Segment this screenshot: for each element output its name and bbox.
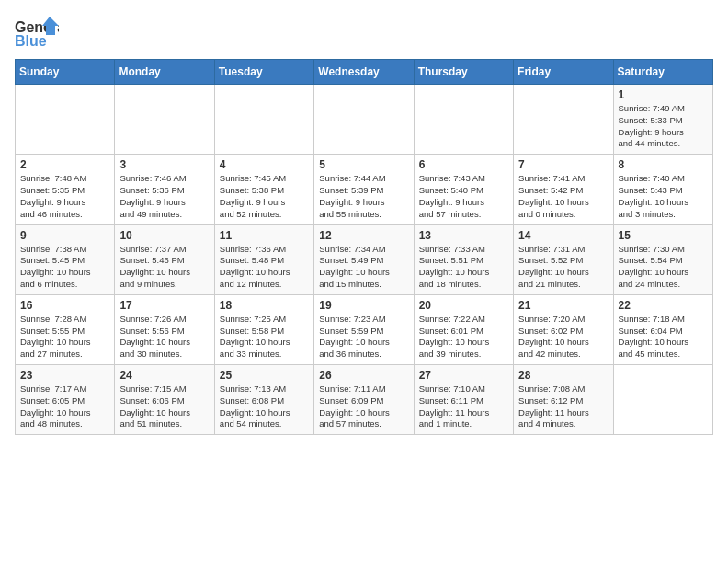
- calendar-cell: 20Sunrise: 7:22 AM Sunset: 6:01 PM Dayli…: [414, 294, 513, 364]
- day-number: 17: [119, 299, 209, 312]
- day-info: Sunrise: 7:15 AM Sunset: 6:06 PM Dayligh…: [119, 384, 209, 431]
- calendar-cell: 8Sunrise: 7:40 AM Sunset: 5:43 PM Daylig…: [613, 155, 712, 224]
- calendar-cell: 24Sunrise: 7:15 AM Sunset: 6:06 PM Dayli…: [115, 365, 214, 435]
- svg-text:Blue: Blue: [15, 33, 47, 49]
- day-info: Sunrise: 7:20 AM Sunset: 6:02 PM Dayligh…: [518, 314, 608, 361]
- calendar-cell: [115, 85, 214, 155]
- calendar-cell: 9Sunrise: 7:38 AM Sunset: 5:45 PM Daylig…: [16, 224, 115, 294]
- day-info: Sunrise: 7:36 AM Sunset: 5:48 PM Dayligh…: [220, 244, 309, 291]
- day-info: Sunrise: 7:18 AM Sunset: 6:04 PM Dayligh…: [619, 314, 708, 361]
- day-info: Sunrise: 7:40 AM Sunset: 5:43 PM Dayligh…: [619, 173, 708, 220]
- calendar-cell: 11Sunrise: 7:36 AM Sunset: 5:48 PM Dayli…: [214, 224, 313, 294]
- day-info: Sunrise: 7:30 AM Sunset: 5:54 PM Dayligh…: [619, 244, 708, 291]
- day-number: 5: [319, 158, 408, 171]
- day-info: Sunrise: 7:45 AM Sunset: 5:38 PM Dayligh…: [220, 173, 309, 220]
- calendar-cell: 4Sunrise: 7:45 AM Sunset: 5:38 PM Daylig…: [214, 155, 313, 224]
- calendar-cell: 25Sunrise: 7:13 AM Sunset: 6:08 PM Dayli…: [214, 365, 313, 435]
- header-saturday: Saturday: [613, 60, 712, 85]
- day-number: 26: [319, 369, 408, 382]
- day-number: 9: [20, 229, 109, 242]
- calendar-week-row: 2Sunrise: 7:48 AM Sunset: 5:35 PM Daylig…: [16, 155, 713, 224]
- day-number: 13: [419, 229, 508, 242]
- calendar-table: SundayMondayTuesdayWednesdayThursdayFrid…: [15, 59, 713, 435]
- calendar-week-row: 1Sunrise: 7:49 AM Sunset: 5:33 PM Daylig…: [16, 85, 713, 155]
- calendar-cell: 27Sunrise: 7:10 AM Sunset: 6:11 PM Dayli…: [414, 365, 513, 435]
- calendar-cell: 2Sunrise: 7:48 AM Sunset: 5:35 PM Daylig…: [16, 155, 115, 224]
- day-number: 20: [419, 299, 508, 312]
- calendar-cell: 15Sunrise: 7:30 AM Sunset: 5:54 PM Dayli…: [613, 224, 712, 294]
- day-info: Sunrise: 7:17 AM Sunset: 6:05 PM Dayligh…: [20, 384, 109, 431]
- header-friday: Friday: [514, 60, 613, 85]
- day-number: 14: [518, 229, 608, 242]
- calendar-week-row: 16Sunrise: 7:28 AM Sunset: 5:55 PM Dayli…: [16, 294, 713, 364]
- calendar-cell: 22Sunrise: 7:18 AM Sunset: 6:04 PM Dayli…: [613, 294, 712, 364]
- day-number: 4: [220, 158, 309, 171]
- day-info: Sunrise: 7:26 AM Sunset: 5:56 PM Dayligh…: [119, 314, 209, 361]
- calendar-week-row: 9Sunrise: 7:38 AM Sunset: 5:45 PM Daylig…: [16, 224, 713, 294]
- day-number: 11: [220, 229, 309, 242]
- calendar-cell: 16Sunrise: 7:28 AM Sunset: 5:55 PM Dayli…: [16, 294, 115, 364]
- day-number: 7: [518, 158, 608, 171]
- calendar-cell: [214, 85, 313, 155]
- calendar-cell: 6Sunrise: 7:43 AM Sunset: 5:40 PM Daylig…: [414, 155, 513, 224]
- day-number: 25: [220, 369, 309, 382]
- calendar-cell: 13Sunrise: 7:33 AM Sunset: 5:51 PM Dayli…: [414, 224, 513, 294]
- calendar-cell: [414, 85, 513, 155]
- logo-svg: General Blue: [15, 15, 59, 52]
- day-info: Sunrise: 7:08 AM Sunset: 6:12 PM Dayligh…: [518, 384, 608, 431]
- day-number: 2: [20, 158, 109, 171]
- calendar-cell: [314, 85, 414, 155]
- calendar-cell: 28Sunrise: 7:08 AM Sunset: 6:12 PM Dayli…: [514, 365, 613, 435]
- calendar-cell: [514, 85, 613, 155]
- day-number: 8: [619, 158, 708, 171]
- day-number: 15: [619, 229, 708, 242]
- day-info: Sunrise: 7:28 AM Sunset: 5:55 PM Dayligh…: [20, 314, 109, 361]
- day-info: Sunrise: 7:11 AM Sunset: 6:09 PM Dayligh…: [319, 384, 408, 431]
- calendar-cell: 3Sunrise: 7:46 AM Sunset: 5:36 PM Daylig…: [115, 155, 214, 224]
- day-info: Sunrise: 7:23 AM Sunset: 5:59 PM Dayligh…: [319, 314, 408, 361]
- day-number: 19: [319, 299, 408, 312]
- calendar-cell: 17Sunrise: 7:26 AM Sunset: 5:56 PM Dayli…: [115, 294, 214, 364]
- day-number: 3: [119, 158, 209, 171]
- calendar-cell: 14Sunrise: 7:31 AM Sunset: 5:52 PM Dayli…: [514, 224, 613, 294]
- day-info: Sunrise: 7:22 AM Sunset: 6:01 PM Dayligh…: [419, 314, 508, 361]
- day-number: 12: [319, 229, 408, 242]
- day-number: 10: [119, 229, 209, 242]
- day-number: 28: [518, 369, 608, 382]
- day-info: Sunrise: 7:46 AM Sunset: 5:36 PM Dayligh…: [119, 173, 209, 220]
- day-info: Sunrise: 7:43 AM Sunset: 5:40 PM Dayligh…: [419, 173, 508, 220]
- calendar-header-row: SundayMondayTuesdayWednesdayThursdayFrid…: [16, 60, 713, 85]
- calendar-cell: 12Sunrise: 7:34 AM Sunset: 5:49 PM Dayli…: [314, 224, 414, 294]
- day-number: 27: [419, 369, 508, 382]
- day-info: Sunrise: 7:49 AM Sunset: 5:33 PM Dayligh…: [619, 103, 708, 150]
- calendar-cell: 10Sunrise: 7:37 AM Sunset: 5:46 PM Dayli…: [115, 224, 214, 294]
- day-info: Sunrise: 7:31 AM Sunset: 5:52 PM Dayligh…: [518, 244, 608, 291]
- day-info: Sunrise: 7:37 AM Sunset: 5:46 PM Dayligh…: [119, 244, 209, 291]
- day-info: Sunrise: 7:33 AM Sunset: 5:51 PM Dayligh…: [419, 244, 508, 291]
- calendar-cell: 18Sunrise: 7:25 AM Sunset: 5:58 PM Dayli…: [214, 294, 313, 364]
- calendar-cell: [613, 365, 712, 435]
- calendar-cell: 23Sunrise: 7:17 AM Sunset: 6:05 PM Dayli…: [16, 365, 115, 435]
- calendar-cell: [16, 85, 115, 155]
- day-info: Sunrise: 7:38 AM Sunset: 5:45 PM Dayligh…: [20, 244, 109, 291]
- header-tuesday: Tuesday: [214, 60, 313, 85]
- day-number: 24: [119, 369, 209, 382]
- header-thursday: Thursday: [414, 60, 513, 85]
- day-number: 22: [619, 299, 708, 312]
- header-wednesday: Wednesday: [314, 60, 414, 85]
- calendar-cell: 26Sunrise: 7:11 AM Sunset: 6:09 PM Dayli…: [314, 365, 414, 435]
- logo: General Blue: [15, 15, 59, 52]
- day-info: Sunrise: 7:25 AM Sunset: 5:58 PM Dayligh…: [220, 314, 309, 361]
- page-header: General Blue: [15, 15, 713, 52]
- day-info: Sunrise: 7:34 AM Sunset: 5:49 PM Dayligh…: [319, 244, 408, 291]
- day-info: Sunrise: 7:41 AM Sunset: 5:42 PM Dayligh…: [518, 173, 608, 220]
- day-info: Sunrise: 7:10 AM Sunset: 6:11 PM Dayligh…: [419, 384, 508, 431]
- day-info: Sunrise: 7:13 AM Sunset: 6:08 PM Dayligh…: [220, 384, 309, 431]
- calendar-cell: 5Sunrise: 7:44 AM Sunset: 5:39 PM Daylig…: [314, 155, 414, 224]
- day-number: 16: [20, 299, 109, 312]
- calendar-cell: 19Sunrise: 7:23 AM Sunset: 5:59 PM Dayli…: [314, 294, 414, 364]
- day-number: 6: [419, 158, 508, 171]
- day-number: 21: [518, 299, 608, 312]
- header-sunday: Sunday: [16, 60, 115, 85]
- day-number: 23: [20, 369, 109, 382]
